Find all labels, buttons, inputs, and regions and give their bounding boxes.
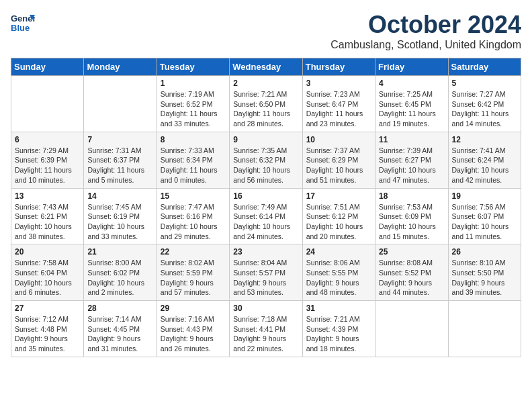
- day-number: 29: [161, 304, 226, 313]
- logo: General Blue: [11, 11, 35, 35]
- month-title: October 2024: [330, 11, 521, 39]
- header-thursday: Thursday: [302, 58, 375, 76]
- day-number: 1: [161, 79, 226, 88]
- day-number: 11: [379, 135, 444, 144]
- calendar-week-row: 6Sunrise: 7:29 AM Sunset: 6:39 PM Daylig…: [11, 132, 521, 188]
- table-row: 13Sunrise: 7:43 AM Sunset: 6:21 PM Dayli…: [11, 188, 84, 244]
- day-info: Sunrise: 7:51 AM Sunset: 6:12 PM Dayligh…: [306, 202, 371, 242]
- day-number: 19: [452, 191, 517, 201]
- day-info: Sunrise: 7:47 AM Sunset: 6:16 PM Dayligh…: [161, 202, 226, 242]
- table-row: 16Sunrise: 7:49 AM Sunset: 6:14 PM Dayli…: [230, 188, 302, 244]
- table-row: 29Sunrise: 7:16 AM Sunset: 4:43 PM Dayli…: [157, 301, 229, 357]
- table-row: 26Sunrise: 8:10 AM Sunset: 5:50 PM Dayli…: [448, 244, 521, 301]
- day-info: Sunrise: 7:23 AM Sunset: 6:47 PM Dayligh…: [306, 89, 371, 129]
- table-row: 12Sunrise: 7:41 AM Sunset: 6:24 PM Dayli…: [448, 132, 521, 188]
- day-info: Sunrise: 8:04 AM Sunset: 5:57 PM Dayligh…: [233, 258, 298, 298]
- day-number: 15: [161, 191, 226, 201]
- day-info: Sunrise: 7:14 AM Sunset: 4:45 PM Dayligh…: [87, 314, 152, 354]
- day-number: 31: [306, 304, 371, 313]
- day-info: Sunrise: 8:10 AM Sunset: 5:50 PM Dayligh…: [452, 258, 517, 298]
- day-info: Sunrise: 7:56 AM Sunset: 6:07 PM Dayligh…: [452, 202, 517, 242]
- table-row: 18Sunrise: 7:53 AM Sunset: 6:09 PM Dayli…: [375, 188, 448, 244]
- table-row: 5Sunrise: 7:27 AM Sunset: 6:42 PM Daylig…: [448, 76, 521, 132]
- table-row: 19Sunrise: 7:56 AM Sunset: 6:07 PM Dayli…: [448, 188, 521, 244]
- table-row: [448, 301, 521, 357]
- day-number: 24: [306, 247, 371, 257]
- table-row: 6Sunrise: 7:29 AM Sunset: 6:39 PM Daylig…: [11, 132, 84, 188]
- svg-text:Blue: Blue: [11, 23, 30, 33]
- day-info: Sunrise: 8:08 AM Sunset: 5:52 PM Dayligh…: [379, 258, 444, 298]
- day-info: Sunrise: 7:18 AM Sunset: 4:41 PM Dayligh…: [233, 314, 298, 354]
- header-sunday: Sunday: [11, 58, 84, 76]
- day-number: 16: [233, 191, 298, 201]
- day-info: Sunrise: 7:58 AM Sunset: 6:04 PM Dayligh…: [15, 258, 80, 298]
- table-row: 20Sunrise: 7:58 AM Sunset: 6:04 PM Dayli…: [11, 244, 84, 301]
- day-number: 2: [233, 79, 298, 88]
- day-number: 20: [15, 247, 80, 257]
- day-info: Sunrise: 7:27 AM Sunset: 6:42 PM Dayligh…: [452, 89, 517, 129]
- day-number: 12: [452, 135, 517, 144]
- day-info: Sunrise: 7:33 AM Sunset: 6:34 PM Dayligh…: [161, 146, 226, 185]
- day-number: 8: [161, 135, 226, 144]
- day-info: Sunrise: 7:43 AM Sunset: 6:21 PM Dayligh…: [15, 202, 80, 242]
- table-row: 30Sunrise: 7:18 AM Sunset: 4:41 PM Dayli…: [230, 301, 302, 357]
- day-info: Sunrise: 7:45 AM Sunset: 6:19 PM Dayligh…: [87, 202, 152, 242]
- header-tuesday: Tuesday: [157, 58, 229, 76]
- day-info: Sunrise: 7:37 AM Sunset: 6:29 PM Dayligh…: [306, 146, 371, 185]
- table-row: [11, 76, 84, 132]
- day-number: 13: [15, 191, 80, 201]
- table-row: 31Sunrise: 7:21 AM Sunset: 4:39 PM Dayli…: [302, 301, 375, 357]
- table-row: [84, 76, 157, 132]
- table-row: 17Sunrise: 7:51 AM Sunset: 6:12 PM Dayli…: [302, 188, 375, 244]
- day-number: 26: [452, 247, 517, 257]
- calendar-week-row: 13Sunrise: 7:43 AM Sunset: 6:21 PM Dayli…: [11, 188, 521, 244]
- table-row: 23Sunrise: 8:04 AM Sunset: 5:57 PM Dayli…: [230, 244, 302, 301]
- day-info: Sunrise: 7:39 AM Sunset: 6:27 PM Dayligh…: [379, 146, 444, 185]
- day-info: Sunrise: 7:35 AM Sunset: 6:32 PM Dayligh…: [233, 146, 298, 185]
- header-wednesday: Wednesday: [230, 58, 302, 76]
- day-info: Sunrise: 8:02 AM Sunset: 5:59 PM Dayligh…: [161, 258, 226, 298]
- calendar-week-row: 1Sunrise: 7:19 AM Sunset: 6:52 PM Daylig…: [11, 76, 521, 132]
- table-row: 21Sunrise: 8:00 AM Sunset: 6:02 PM Dayli…: [84, 244, 157, 301]
- day-info: Sunrise: 7:25 AM Sunset: 6:45 PM Dayligh…: [379, 89, 444, 129]
- table-row: 10Sunrise: 7:37 AM Sunset: 6:29 PM Dayli…: [302, 132, 375, 188]
- table-row: 11Sunrise: 7:39 AM Sunset: 6:27 PM Dayli…: [375, 132, 448, 188]
- calendar-header-row: Sunday Monday Tuesday Wednesday Thursday…: [11, 58, 521, 76]
- day-number: 7: [87, 135, 152, 144]
- day-info: Sunrise: 7:31 AM Sunset: 6:37 PM Dayligh…: [87, 146, 152, 185]
- day-number: 30: [233, 304, 298, 313]
- day-info: Sunrise: 7:41 AM Sunset: 6:24 PM Dayligh…: [452, 146, 517, 185]
- day-info: Sunrise: 7:12 AM Sunset: 4:48 PM Dayligh…: [15, 314, 80, 354]
- day-info: Sunrise: 7:21 AM Sunset: 4:39 PM Dayligh…: [306, 314, 371, 354]
- day-number: 18: [379, 191, 444, 201]
- calendar-week-row: 27Sunrise: 7:12 AM Sunset: 4:48 PM Dayli…: [11, 301, 521, 357]
- day-number: 22: [161, 247, 226, 257]
- table-row: 27Sunrise: 7:12 AM Sunset: 4:48 PM Dayli…: [11, 301, 84, 357]
- day-number: 25: [379, 247, 444, 257]
- calendar-week-row: 20Sunrise: 7:58 AM Sunset: 6:04 PM Dayli…: [11, 244, 521, 301]
- logo-icon: General Blue: [11, 11, 35, 35]
- calendar-table: Sunday Monday Tuesday Wednesday Thursday…: [11, 58, 521, 357]
- day-info: Sunrise: 7:49 AM Sunset: 6:14 PM Dayligh…: [233, 202, 298, 242]
- table-row: 25Sunrise: 8:08 AM Sunset: 5:52 PM Dayli…: [375, 244, 448, 301]
- day-number: 28: [87, 304, 152, 313]
- table-row: 22Sunrise: 8:02 AM Sunset: 5:59 PM Dayli…: [157, 244, 229, 301]
- day-number: 10: [306, 135, 371, 144]
- day-info: Sunrise: 7:29 AM Sunset: 6:39 PM Dayligh…: [15, 146, 80, 185]
- day-info: Sunrise: 7:19 AM Sunset: 6:52 PM Dayligh…: [161, 89, 226, 129]
- table-row: 7Sunrise: 7:31 AM Sunset: 6:37 PM Daylig…: [84, 132, 157, 188]
- table-row: 24Sunrise: 8:06 AM Sunset: 5:55 PM Dayli…: [302, 244, 375, 301]
- table-row: 15Sunrise: 7:47 AM Sunset: 6:16 PM Dayli…: [157, 188, 229, 244]
- table-row: 9Sunrise: 7:35 AM Sunset: 6:32 PM Daylig…: [230, 132, 302, 188]
- table-row: 28Sunrise: 7:14 AM Sunset: 4:45 PM Dayli…: [84, 301, 157, 357]
- table-row: 8Sunrise: 7:33 AM Sunset: 6:34 PM Daylig…: [157, 132, 229, 188]
- day-number: 5: [452, 79, 517, 88]
- title-block: October 2024 Cambuslang, Scotland, Unite…: [330, 11, 521, 51]
- table-row: [375, 301, 448, 357]
- day-number: 6: [15, 135, 80, 144]
- day-info: Sunrise: 7:16 AM Sunset: 4:43 PM Dayligh…: [161, 314, 226, 354]
- location-subtitle: Cambuslang, Scotland, United Kingdom: [330, 39, 521, 51]
- day-number: 27: [15, 304, 80, 313]
- day-number: 3: [306, 79, 371, 88]
- header-saturday: Saturday: [448, 58, 521, 76]
